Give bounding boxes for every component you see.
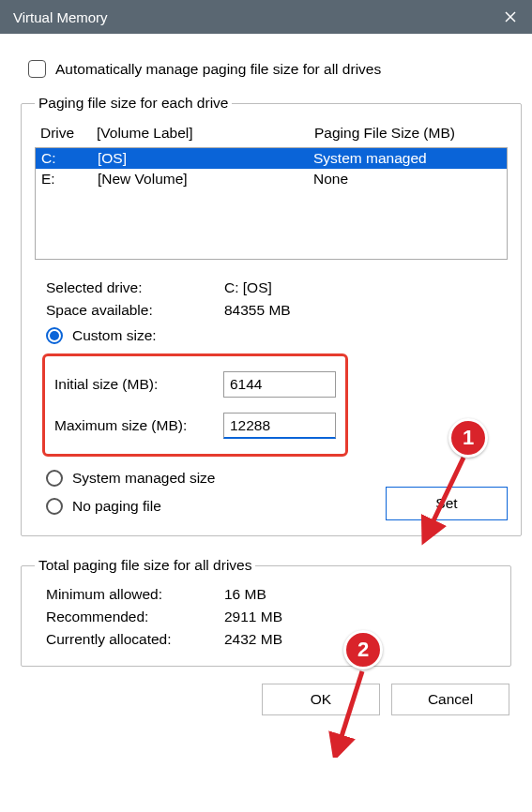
annotation-badge-1: 1 bbox=[448, 418, 488, 458]
drive-letter: E: bbox=[41, 171, 98, 188]
min-allowed-label: Minimum allowed: bbox=[46, 586, 224, 603]
total-group: Total paging file size for all drives Mi… bbox=[21, 557, 511, 667]
no-paging-radio[interactable] bbox=[46, 498, 63, 515]
currently-label: Currently allocated: bbox=[46, 631, 224, 648]
custom-size-radio-row[interactable]: Custom size: bbox=[35, 322, 508, 350]
dialog-buttons: OK Cancel bbox=[21, 680, 511, 715]
min-allowed-value: 16 MB bbox=[224, 586, 497, 603]
system-managed-radio[interactable] bbox=[46, 470, 63, 487]
selected-drive-label: Selected drive: bbox=[46, 279, 224, 296]
head-paging-file: Paging File Size (MB) bbox=[314, 125, 502, 142]
titlebar: Virtual Memory bbox=[0, 0, 532, 34]
recommended-value: 2911 MB bbox=[224, 609, 497, 625]
initial-size-input[interactable] bbox=[223, 371, 336, 398]
auto-manage-label: Automatically manage paging file size fo… bbox=[55, 61, 381, 78]
close-icon bbox=[505, 11, 516, 23]
maximum-size-label: Maximum size (MB): bbox=[54, 417, 223, 434]
drive-row[interactable]: C: [OS] System managed bbox=[36, 148, 507, 169]
drive-label: [New Volume] bbox=[98, 171, 313, 188]
space-available-label: Space available: bbox=[46, 302, 224, 319]
window-title: Virtual Memory bbox=[13, 9, 108, 25]
annotation-badge-2: 2 bbox=[343, 630, 383, 669]
recommended-label: Recommended: bbox=[46, 609, 224, 625]
drive-list[interactable]: C: [OS] System managed E: [New Volume] N… bbox=[35, 147, 508, 260]
auto-manage-checkbox[interactable] bbox=[28, 60, 46, 78]
system-managed-label: System managed size bbox=[72, 470, 216, 487]
total-group-legend: Total paging file size for all drives bbox=[35, 557, 255, 574]
head-drive: Drive bbox=[40, 125, 97, 142]
no-paging-label: No paging file bbox=[72, 498, 161, 515]
drive-pf: None bbox=[313, 171, 501, 188]
min-allowed-row: Minimum allowed: 16 MB bbox=[35, 583, 497, 606]
svg-line-2 bbox=[428, 458, 464, 533]
svg-line-3 bbox=[338, 671, 362, 748]
custom-size-label: Custom size: bbox=[72, 327, 157, 344]
selected-drive-row: Selected drive: C: [OS] bbox=[35, 277, 508, 299]
drive-row[interactable]: E: [New Volume] None bbox=[36, 169, 507, 189]
drive-label: [OS] bbox=[98, 150, 313, 167]
drive-list-header: Drive [Volume Label] Paging File Size (M… bbox=[35, 121, 508, 147]
initial-size-row: Initial size (MB): bbox=[54, 364, 336, 405]
dialog-body: Automatically manage paging file size fo… bbox=[0, 34, 532, 729]
initial-size-label: Initial size (MB): bbox=[54, 376, 223, 393]
drive-letter: C: bbox=[41, 150, 98, 167]
maximum-size-row: Maximum size (MB): bbox=[54, 405, 336, 446]
recommended-row: Recommended: 2911 MB bbox=[35, 606, 497, 628]
space-available-row: Space available: 84355 MB bbox=[35, 299, 508, 322]
custom-size-radio[interactable] bbox=[46, 327, 63, 344]
close-button[interactable] bbox=[489, 0, 532, 34]
custom-size-highlight: Initial size (MB): Maximum size (MB): bbox=[42, 353, 348, 457]
auto-manage-row[interactable]: Automatically manage paging file size fo… bbox=[28, 60, 511, 78]
selected-drive-value: C: [OS] bbox=[224, 279, 508, 296]
space-available-value: 84355 MB bbox=[224, 302, 508, 319]
total-group-wrap: Total paging file size for all drives Mi… bbox=[21, 557, 511, 667]
annotation-arrow-2 bbox=[327, 668, 377, 758]
currently-row: Currently allocated: 2432 MB bbox=[35, 628, 497, 651]
drive-group-legend: Paging file size for each drive bbox=[35, 95, 232, 112]
maximum-size-input[interactable] bbox=[223, 413, 336, 439]
drive-pf: System managed bbox=[313, 150, 501, 167]
annotation-arrow-1 bbox=[415, 452, 475, 546]
cancel-button[interactable]: Cancel bbox=[391, 684, 509, 715]
head-volume-label: [Volume Label] bbox=[97, 125, 314, 142]
